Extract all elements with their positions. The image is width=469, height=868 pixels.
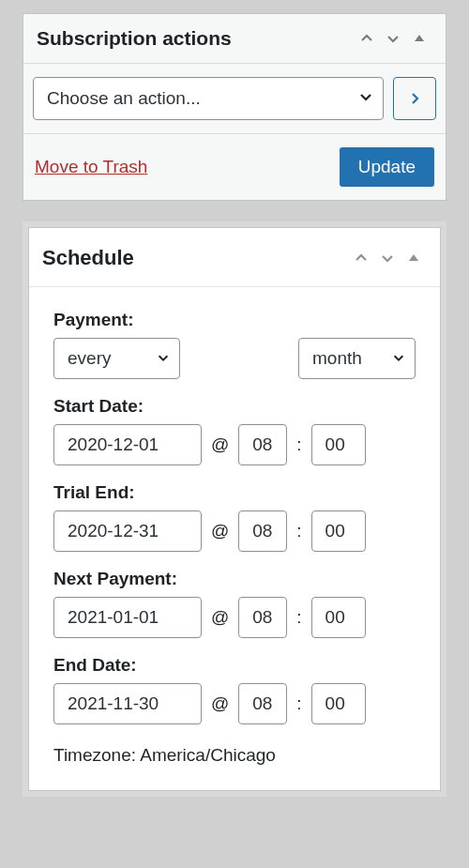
end-minute-input[interactable] (311, 683, 366, 724)
at-separator: @ (211, 693, 229, 714)
chevron-down-icon (380, 251, 395, 266)
schedule-title: Schedule (42, 246, 348, 270)
action-select[interactable]: Choose an action... (33, 77, 384, 120)
chevron-up-icon (354, 251, 369, 266)
timezone-label: Timezone: America/Chicago (53, 745, 416, 766)
chevron-down-icon (386, 31, 401, 46)
payment-unit-select[interactable]: month (298, 338, 416, 379)
panel-move-up-button[interactable] (348, 245, 374, 271)
apply-action-button[interactable] (393, 77, 436, 120)
panel-toggle-button[interactable] (401, 245, 427, 271)
chevron-down-icon (157, 348, 170, 369)
payment-unit-value: month (312, 348, 362, 369)
panel-move-down-button[interactable] (380, 25, 406, 52)
subscription-actions-body: Choose an action... (23, 64, 446, 134)
trial-end-minute-input[interactable] (311, 510, 366, 552)
subscription-actions-header: Subscription actions (23, 14, 446, 64)
payment-label: Payment: (53, 310, 416, 330)
subscription-actions-title: Subscription actions (37, 27, 354, 50)
at-separator: @ (211, 607, 229, 628)
next-payment-date-input[interactable] (53, 597, 202, 638)
end-date-input[interactable] (53, 683, 202, 724)
svg-marker-0 (415, 35, 424, 41)
payment-interval-value: every (68, 348, 111, 369)
next-payment-label: Next Payment: (53, 569, 416, 589)
end-hour-input[interactable] (238, 683, 287, 724)
chevron-down-icon (358, 88, 373, 109)
schedule-header: Schedule (29, 228, 440, 287)
next-payment-minute-input[interactable] (311, 597, 366, 638)
colon-separator: : (296, 521, 301, 541)
payment-interval-select[interactable]: every (53, 338, 180, 379)
move-to-trash-link[interactable]: Move to Trash (35, 157, 147, 177)
start-date-label: Start Date: (53, 396, 416, 417)
at-separator: @ (211, 521, 229, 541)
subscription-actions-panel: Subscription actions Choose an action... (23, 13, 446, 201)
triangle-up-icon (407, 251, 420, 265)
colon-separator: : (296, 607, 301, 628)
colon-separator: : (296, 693, 301, 714)
schedule-body: Payment: every month Start Date: @ (29, 287, 440, 790)
start-minute-input[interactable] (311, 424, 366, 465)
chevron-up-icon (359, 31, 374, 46)
panel-move-up-button[interactable] (354, 25, 380, 52)
schedule-panel: Schedule Payment: every (28, 227, 441, 791)
start-hour-input[interactable] (238, 424, 287, 465)
triangle-up-icon (413, 32, 426, 45)
trial-end-hour-input[interactable] (238, 510, 287, 552)
at-separator: @ (211, 434, 229, 455)
next-payment-hour-input[interactable] (238, 597, 287, 638)
trial-end-date-input[interactable] (53, 510, 202, 552)
start-date-input[interactable] (53, 424, 202, 465)
update-button[interactable]: Update (340, 147, 434, 187)
trial-end-label: Trial End: (53, 482, 416, 503)
panel-move-down-button[interactable] (374, 245, 401, 271)
svg-marker-1 (409, 254, 418, 261)
subscription-actions-footer: Move to Trash Update (23, 134, 446, 200)
action-select-placeholder: Choose an action... (47, 88, 201, 109)
schedule-panel-wrap: Schedule Payment: every (23, 221, 446, 797)
chevron-down-icon (392, 348, 405, 369)
colon-separator: : (296, 434, 301, 455)
panel-toggle-button[interactable] (406, 25, 432, 52)
chevron-right-icon (407, 91, 422, 106)
end-date-label: End Date: (53, 655, 416, 676)
